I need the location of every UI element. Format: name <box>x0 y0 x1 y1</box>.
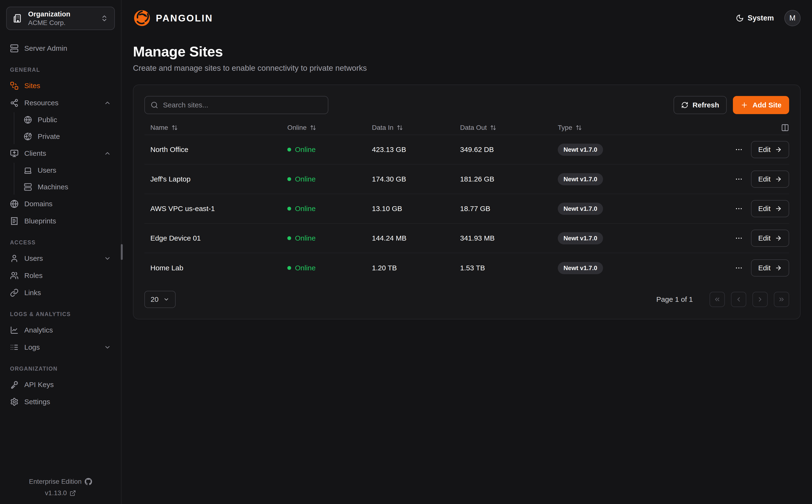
key-icon <box>10 380 19 389</box>
moon-icon <box>736 14 744 22</box>
edit-label: Edit <box>758 146 771 154</box>
edit-button[interactable]: Edit <box>751 200 789 217</box>
search-box <box>144 96 328 114</box>
sidebar-item-label: Analytics <box>24 326 53 334</box>
refresh-button[interactable]: Refresh <box>674 96 727 114</box>
sidebar-item-resources[interactable]: Resources <box>6 95 115 111</box>
sidebar-item-links[interactable]: Links <box>6 285 115 301</box>
sidebar-item-analytics[interactable]: Analytics <box>6 322 115 338</box>
sidebar-item-domains[interactable]: Domains <box>6 196 115 212</box>
arrow-right-icon <box>775 146 782 153</box>
add-site-button[interactable]: Add Site <box>733 96 789 114</box>
monitor-up-icon <box>10 149 19 158</box>
online-dot <box>287 236 291 240</box>
edit-button[interactable]: Edit <box>751 141 789 158</box>
logs-icon <box>10 343 19 352</box>
page-title: Manage Sites <box>133 43 801 60</box>
row-menu-button[interactable] <box>733 262 745 274</box>
chevron-up-icon <box>104 99 111 106</box>
sidebar-item-api-keys[interactable]: API Keys <box>6 377 115 393</box>
last-page-button[interactable] <box>774 292 789 307</box>
sidebar-item-client-users[interactable]: Users <box>20 163 115 178</box>
edit-button[interactable]: Edit <box>751 230 789 247</box>
arrow-right-icon <box>775 264 782 272</box>
globe-lock-icon <box>24 132 32 141</box>
sidebar-item-users[interactable]: Users <box>6 251 115 266</box>
sidebar-item-label: Blueprints <box>24 217 56 225</box>
type-badge: Newt v1.7.0 <box>558 173 603 185</box>
sidebar-resize-handle[interactable] <box>121 244 123 260</box>
site-name: North Office <box>144 146 287 154</box>
next-page-button[interactable] <box>752 292 768 307</box>
avatar[interactable]: M <box>784 10 801 26</box>
row-menu-button[interactable] <box>733 173 745 185</box>
row-actions: Edit <box>733 171 789 188</box>
column-label: Online <box>287 124 307 131</box>
site-data-out: 349.62 DB <box>460 146 558 154</box>
sidebar-item-label: Sites <box>24 82 40 90</box>
search-input[interactable] <box>163 101 322 109</box>
online-dot <box>287 207 291 211</box>
first-page-button[interactable] <box>710 292 725 307</box>
column-label: Data In <box>372 124 393 131</box>
row-menu-button[interactable] <box>733 232 745 244</box>
resources-subgroup: Public Private <box>14 112 115 144</box>
edit-button[interactable]: Edit <box>751 171 789 188</box>
plus-icon <box>741 101 748 109</box>
org-selector[interactable]: Organization ACME Corp. <box>6 7 115 30</box>
row-actions: Edit <box>733 230 789 247</box>
row-menu-button[interactable] <box>733 203 745 215</box>
row-actions: Edit <box>733 200 789 217</box>
sidebar-item-public[interactable]: Public <box>20 112 115 127</box>
column-header-data-in[interactable]: Data In <box>372 124 460 131</box>
laptop-icon <box>24 166 32 174</box>
edit-button[interactable]: Edit <box>751 259 789 277</box>
site-status: Online <box>287 146 372 154</box>
previous-page-button[interactable] <box>731 292 746 307</box>
sidebar-item-server-admin[interactable]: Server Admin <box>6 40 115 56</box>
column-header-online[interactable]: Online <box>287 124 372 131</box>
sidebar-item-sites[interactable]: Sites <box>6 78 115 94</box>
chart-line-icon <box>10 326 19 334</box>
theme-label: System <box>748 14 774 22</box>
site-data-out: 18.77 GB <box>460 205 558 213</box>
sidebar-item-private[interactable]: Private <box>20 129 115 144</box>
version-line[interactable]: v1.13.0 <box>45 489 76 497</box>
section-label-access: ACCESS <box>10 239 115 246</box>
pagination-buttons <box>710 292 789 307</box>
column-header-name[interactable]: Name <box>144 124 287 131</box>
building-icon <box>13 13 23 23</box>
online-dot <box>287 266 291 270</box>
sidebar-item-settings[interactable]: Settings <box>6 394 115 410</box>
pangolin-logo-icon <box>133 9 151 27</box>
brand[interactable]: PANGOLIN <box>133 9 213 27</box>
org-text: Organization ACME Corp. <box>28 10 70 27</box>
row-actions: Edit <box>733 141 789 158</box>
clients-subgroup: Users Machines <box>14 163 115 195</box>
theme-toggle[interactable]: System <box>736 14 774 22</box>
pagination-right: Page 1 of 1 <box>656 292 789 307</box>
sidebar-item-machines[interactable]: Machines <box>20 179 115 195</box>
column-header-type[interactable]: Type <box>558 124 781 131</box>
table-row: AWS VPC us-east-1 Online 13.10 GB 18.77 … <box>144 194 789 224</box>
sidebar-item-clients[interactable]: Clients <box>6 146 115 161</box>
sidebar-item-blueprints[interactable]: Blueprints <box>6 213 115 229</box>
sidebar-item-label: Links <box>24 289 41 297</box>
column-header-data-out[interactable]: Data Out <box>460 124 558 131</box>
sidebar-item-label: Roles <box>24 272 43 280</box>
sidebar-item-roles[interactable]: Roles <box>6 268 115 283</box>
site-type: Newt v1.7.0 <box>558 262 733 274</box>
main-content: PANGOLIN System M Manage Sites Create an… <box>122 0 812 504</box>
row-menu-button[interactable] <box>733 144 745 156</box>
sort-icon <box>397 125 403 131</box>
page-size-select[interactable]: 20 <box>144 291 176 308</box>
row-actions: Edit <box>733 259 789 277</box>
site-status: Online <box>287 264 372 272</box>
site-name: Edge Device 01 <box>144 234 287 242</box>
site-data-in: 13.10 GB <box>372 205 460 213</box>
edition-line[interactable]: Enterprise Edition <box>29 478 92 485</box>
sidebar-item-logs[interactable]: Logs <box>6 339 115 355</box>
sidebar-item-label: Logs <box>24 343 40 351</box>
site-type: Newt v1.7.0 <box>558 144 733 156</box>
column-visibility-button[interactable] <box>781 124 789 132</box>
